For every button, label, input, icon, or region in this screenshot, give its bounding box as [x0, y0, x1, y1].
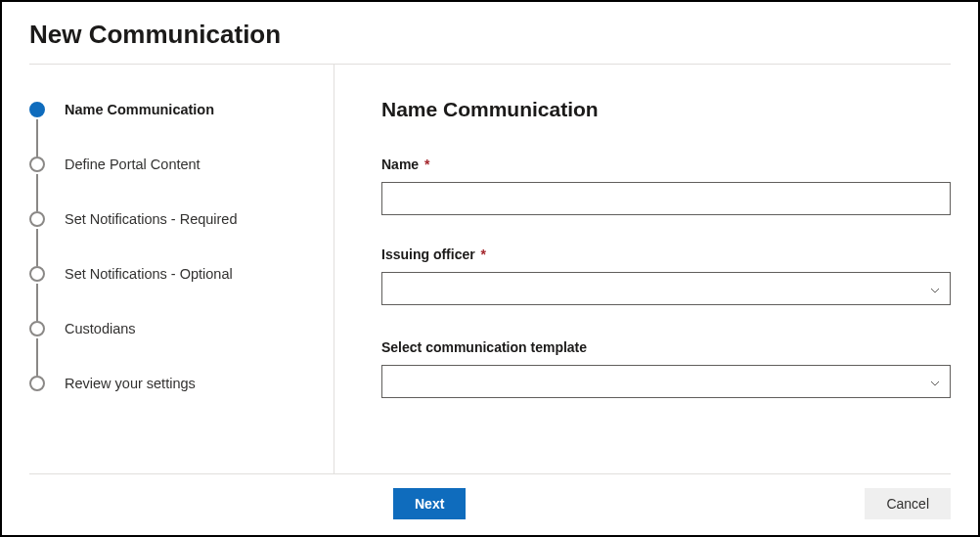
- field-group-name: Name *: [381, 157, 951, 215]
- wizard-steps-list: Name Communication Define Portal Content…: [29, 102, 314, 391]
- wizard-steps-sidebar: Name Communication Define Portal Content…: [2, 65, 334, 473]
- dialog-header: New Communication: [2, 2, 978, 64]
- dialog-content: Name Communication Define Portal Content…: [2, 65, 978, 473]
- dialog-footer: Next Cancel: [29, 473, 951, 535]
- step-indicator-icon: [29, 211, 45, 227]
- step-indicator-icon: [29, 321, 45, 336]
- template-label: Select communication template: [381, 339, 951, 355]
- next-button[interactable]: Next: [393, 488, 466, 519]
- name-label: Name *: [381, 157, 951, 172]
- dialog-title: New Communication: [29, 20, 951, 50]
- form-panel: Name Communication Name * Issuing office…: [334, 65, 978, 473]
- step-label: Review your settings: [65, 376, 196, 391]
- step-connector: [36, 284, 38, 321]
- issuing-officer-select-wrap: [381, 272, 951, 308]
- field-group-template: Select communication template: [381, 339, 951, 401]
- step-indicator-icon: [29, 376, 45, 391]
- wizard-step-name-communication[interactable]: Name Communication: [29, 102, 314, 117]
- step-label: Define Portal Content: [65, 157, 200, 172]
- template-select[interactable]: [381, 365, 951, 398]
- issuing-officer-select[interactable]: [381, 272, 951, 305]
- wizard-step-define-portal-content[interactable]: Define Portal Content: [29, 157, 314, 172]
- field-group-issuing-officer: Issuing officer *: [381, 246, 951, 308]
- step-connector: [36, 229, 38, 266]
- step-indicator-icon: [29, 102, 45, 117]
- required-marker: *: [424, 157, 429, 172]
- step-label: Name Communication: [65, 102, 214, 117]
- wizard-step-review-settings[interactable]: Review your settings: [29, 376, 314, 391]
- form-heading: Name Communication: [381, 98, 951, 121]
- wizard-step-custodians[interactable]: Custodians: [29, 321, 314, 336]
- name-input[interactable]: [381, 182, 951, 215]
- step-indicator-icon: [29, 157, 45, 172]
- wizard-step-set-notifications-optional[interactable]: Set Notifications - Optional: [29, 266, 314, 282]
- step-connector: [36, 174, 38, 211]
- template-select-wrap: [381, 365, 951, 401]
- step-label: Custodians: [65, 321, 136, 336]
- step-connector: [36, 119, 38, 157]
- step-connector: [36, 338, 38, 376]
- required-marker: *: [481, 246, 486, 262]
- step-label: Set Notifications - Required: [65, 211, 238, 227]
- step-indicator-icon: [29, 266, 45, 282]
- wizard-step-set-notifications-required[interactable]: Set Notifications - Required: [29, 211, 314, 227]
- issuing-officer-label: Issuing officer *: [381, 246, 951, 262]
- new-communication-dialog: New Communication Name Communication Def…: [0, 0, 980, 537]
- step-label: Set Notifications - Optional: [65, 266, 233, 282]
- cancel-button[interactable]: Cancel: [865, 488, 951, 519]
